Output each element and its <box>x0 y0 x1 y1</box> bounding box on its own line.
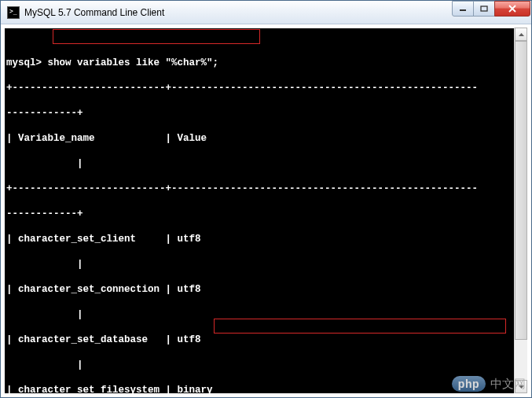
table-header: | Variable_name | Value <box>6 132 526 145</box>
table-header: | <box>6 157 526 170</box>
scroll-up-button[interactable] <box>515 28 527 41</box>
table-border: ------------+ <box>6 208 526 220</box>
minimize-button[interactable] <box>452 1 474 17</box>
vertical-scrollbar[interactable] <box>514 28 527 393</box>
table-row: | character_set_database | utf8 <box>6 334 526 346</box>
titlebar[interactable]: MySQL 5.7 Command Line Client <box>1 1 531 24</box>
table-border: ------------+ <box>6 107 526 120</box>
app-window: MySQL 5.7 Command Line Client mysql> sho… <box>0 0 532 398</box>
watermark-badge: php <box>452 376 486 392</box>
highlight-command <box>53 30 259 43</box>
scrollbar-thumb[interactable] <box>515 41 527 340</box>
maximize-button[interactable] <box>473 1 495 17</box>
svg-rect-1 <box>481 6 487 11</box>
svg-rect-0 <box>460 9 466 11</box>
table-row: | character_set_client | utf8 <box>6 233 526 245</box>
terminal-output[interactable]: mysql> show variables like "%char%"; +--… <box>5 28 527 393</box>
maximize-icon <box>480 6 488 12</box>
table-border: +--------------------------+------------… <box>6 82 526 94</box>
app-icon <box>7 6 20 19</box>
highlight-path <box>215 319 505 333</box>
close-button[interactable] <box>494 1 530 17</box>
table-row: | <box>6 359 526 371</box>
close-icon <box>508 5 517 13</box>
minimize-icon <box>459 6 467 12</box>
table-row: | character_set_connection | utf8 <box>6 283 526 296</box>
table-row: | character_set_filesystem | binary <box>6 384 526 393</box>
watermark-text: 中文网 <box>490 377 526 392</box>
window-controls <box>453 1 530 17</box>
table-border: +--------------------------+------------… <box>6 182 526 195</box>
table-row: | <box>6 258 526 271</box>
chevron-up-icon <box>519 33 524 36</box>
prompt-line: mysql> show variables like "%char%"; <box>6 57 526 69</box>
watermark: php 中文网 <box>452 376 526 392</box>
window-title: MySQL 5.7 Command Line Client <box>24 7 453 18</box>
